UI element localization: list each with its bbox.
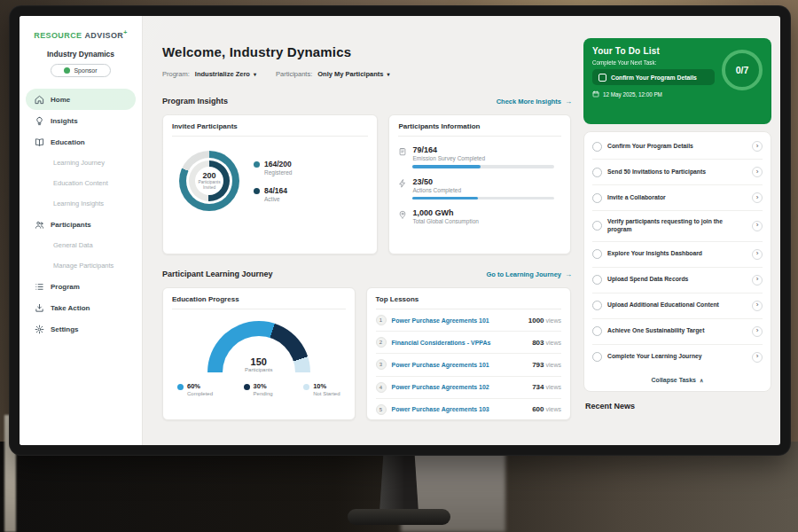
lesson-title-link[interactable]: Power Purchase Agreements 101 bbox=[392, 317, 523, 324]
lesson-row[interactable]: 1 Power Purchase Agreements 101 1000 vie… bbox=[376, 309, 561, 332]
chevron-right-icon[interactable]: › bbox=[752, 301, 763, 311]
task-checkbox[interactable] bbox=[592, 142, 602, 152]
info-row-survey: 79/164 Emission Survey Completed bbox=[398, 145, 561, 168]
task-checkbox[interactable] bbox=[592, 168, 602, 177]
lesson-title-link[interactable]: Power Purchase Agreements 103 bbox=[392, 406, 528, 412]
next-task-pill[interactable]: Confirm Your Program Details bbox=[592, 69, 715, 85]
chevron-right-icon[interactable]: › bbox=[752, 167, 763, 177]
go-to-learning-journey-link[interactable]: Go to Learning Journey → bbox=[486, 270, 572, 278]
chevron-right-icon[interactable]: › bbox=[752, 249, 763, 260]
collapse-tasks-link[interactable]: Collapse Tasks ∧ bbox=[592, 370, 763, 387]
sidebar-item-program[interactable]: Program bbox=[26, 276, 136, 297]
sidebar-item-learning-insights[interactable]: Learning Insights bbox=[20, 193, 142, 214]
sidebar: RESOURCEADVISOR+ Industry Dynamics Spons… bbox=[20, 16, 143, 445]
check-more-insights-link[interactable]: Check More Insights → bbox=[497, 98, 572, 106]
program-filter-label: Program: bbox=[162, 70, 190, 78]
monitor-stand-base bbox=[348, 509, 450, 525]
lesson-title-link[interactable]: Financial Considerations - VPPAs bbox=[392, 340, 528, 346]
legend-item-not-started: 10% Not Started bbox=[303, 382, 340, 396]
chevron-right-icon[interactable]: › bbox=[752, 352, 763, 363]
task-row[interactable]: Upload Additional Educational Content › bbox=[592, 293, 763, 319]
lightbulb-icon bbox=[35, 116, 44, 126]
task-row[interactable]: Invite a Collaborator › bbox=[592, 185, 763, 211]
task-checkbox[interactable] bbox=[592, 193, 602, 203]
task-checkbox[interactable] bbox=[592, 326, 602, 336]
lesson-rank: 5 bbox=[376, 404, 387, 415]
sponsor-badge[interactable]: Sponsor bbox=[51, 64, 111, 77]
sidebar-item-manage-participants[interactable]: Manage Participants bbox=[20, 255, 142, 276]
home-icon bbox=[35, 95, 44, 105]
task-row[interactable]: Upload Spend Data Records › bbox=[592, 268, 763, 293]
sidebar-item-general-data[interactable]: General Data bbox=[20, 235, 142, 255]
legend-dot-registered bbox=[254, 161, 260, 168]
legend-dot-active bbox=[254, 188, 260, 194]
task-row[interactable]: Achieve One Sustainability Target › bbox=[592, 319, 763, 345]
gauge-legend: 60% Completed 30% Pending bbox=[172, 382, 346, 396]
task-row[interactable]: Verify participants requesting to join t… bbox=[592, 211, 763, 242]
donut-legend: 164/200 Registered 84/164 Active bbox=[254, 160, 292, 202]
sidebar-item-education-content[interactable]: Education Content bbox=[20, 173, 142, 193]
chevron-right-icon[interactable]: › bbox=[752, 141, 763, 152]
todo-summary-card: Your To Do List 0/7 Complete Your Next T… bbox=[583, 38, 771, 124]
info-row-actions: 23/50 Actions Completed bbox=[398, 177, 561, 200]
people-icon bbox=[35, 220, 44, 230]
sponsor-badge-label: Sponsor bbox=[74, 67, 97, 74]
lesson-title-link[interactable]: Power Purchase Agreements 102 bbox=[392, 384, 528, 390]
lesson-row[interactable]: 4 Power Purchase Agreements 102 734 view… bbox=[376, 377, 561, 399]
todo-task-list: Confirm Your Program Details › Send 50 I… bbox=[583, 131, 771, 392]
insights-cards-row: Invited Participants 200 Participants In… bbox=[162, 114, 571, 254]
task-checkbox[interactable] bbox=[592, 275, 602, 285]
task-row[interactable]: Confirm Your Program Details › bbox=[592, 134, 763, 160]
sponsor-dot-icon bbox=[64, 67, 70, 74]
task-row[interactable]: Send 50 Invitations to Participants › bbox=[592, 160, 763, 185]
task-row[interactable]: Complete Your Learning Journey › bbox=[592, 345, 763, 370]
task-checkbox[interactable] bbox=[592, 352, 602, 362]
card-title: Participants Information bbox=[398, 122, 561, 137]
monitor-bezel: RESOURCEADVISOR+ Industry Dynamics Spons… bbox=[9, 5, 791, 456]
arrow-right-icon: → bbox=[565, 98, 572, 106]
brand-logo-resource: RESOURCE bbox=[34, 31, 82, 40]
checkbox-icon[interactable] bbox=[598, 74, 606, 82]
chevron-right-icon[interactable]: › bbox=[752, 326, 763, 337]
sidebar-item-insights[interactable]: Insights bbox=[26, 110, 136, 131]
invited-participants-card: Invited Participants 200 Participants In… bbox=[162, 114, 378, 254]
lesson-rank: 1 bbox=[376, 315, 387, 325]
chevron-right-icon[interactable]: › bbox=[752, 275, 763, 286]
task-checkbox[interactable] bbox=[592, 221, 602, 231]
lesson-title-link[interactable]: Power Purchase Agreements 101 bbox=[392, 362, 528, 368]
participants-select[interactable]: Only My Participants ▾ bbox=[317, 70, 389, 78]
calendar-icon bbox=[592, 90, 599, 98]
sidebar-item-take-action[interactable]: Take Action bbox=[26, 297, 136, 318]
program-select[interactable]: Industrialize Zero ▾ bbox=[195, 70, 256, 78]
legend-item-completed: 60% Completed bbox=[177, 382, 213, 396]
task-checkbox[interactable] bbox=[592, 249, 602, 259]
chevron-right-icon[interactable]: › bbox=[752, 192, 763, 203]
gauge-center-value: 150 bbox=[207, 356, 310, 367]
lesson-row[interactable]: 2 Financial Considerations - VPPAs 803 v… bbox=[376, 332, 561, 354]
sidebar-item-education[interactable]: Education bbox=[26, 131, 136, 153]
task-row[interactable]: Explore Your Insights Dashboard › bbox=[592, 242, 763, 268]
page-title: Welcome, Industry Dynamics bbox=[162, 44, 571, 59]
section-heading-learning-journey: Participant Learning Journey bbox=[162, 270, 273, 278]
due-date: 12 May 2025, 12:00 PM bbox=[592, 90, 763, 98]
lesson-rank: 3 bbox=[376, 359, 387, 370]
photo-scene: RESOURCEADVISOR+ Industry Dynamics Spons… bbox=[0, 0, 798, 532]
sidebar-nav: Home Insights Education Learning Journey… bbox=[20, 89, 142, 340]
card-title: Education Progress bbox=[172, 295, 346, 309]
lesson-row[interactable]: 3 Power Purchase Agreements 101 793 view… bbox=[376, 354, 561, 376]
main-content: Welcome, Industry Dynamics Program: Indu… bbox=[143, 16, 580, 445]
sidebar-item-participants[interactable]: Participants bbox=[26, 214, 136, 235]
org-name: Industry Dynamics bbox=[20, 50, 142, 59]
education-progress-card: Education Progress 150 Participants bbox=[162, 287, 356, 420]
lesson-row[interactable]: 5 Power Purchase Agreements 103 600 view… bbox=[376, 399, 561, 420]
sidebar-item-settings[interactable]: Settings bbox=[26, 318, 136, 340]
legend-dot-pending bbox=[244, 384, 250, 390]
bolt-icon bbox=[398, 179, 407, 188]
download-box-icon bbox=[35, 303, 44, 313]
sidebar-item-home[interactable]: Home bbox=[26, 89, 136, 110]
lesson-rank: 4 bbox=[376, 382, 387, 393]
chevron-right-icon[interactable]: › bbox=[752, 221, 763, 231]
chevron-down-icon: ▾ bbox=[387, 71, 389, 77]
sidebar-item-learning-journey[interactable]: Learning Journey bbox=[20, 153, 142, 173]
task-checkbox[interactable] bbox=[592, 301, 602, 310]
